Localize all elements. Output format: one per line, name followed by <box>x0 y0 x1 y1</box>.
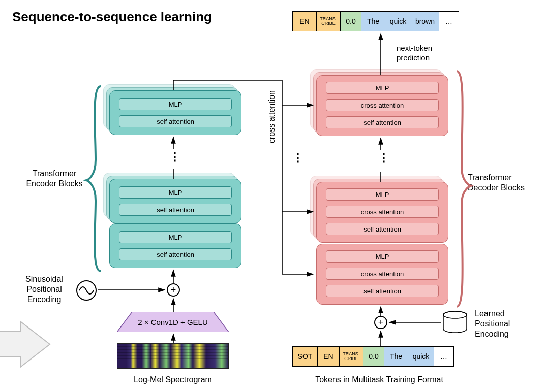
decoder-self-attn: self attention <box>326 223 439 235</box>
token: SOT <box>292 346 318 367</box>
decoder-cross-attn: cross attention <box>326 268 439 280</box>
conv-label: 2 × Conv1D + GELU <box>117 312 229 332</box>
logmel-label: Log-Mel Spectrogram <box>117 375 229 385</box>
cylinder-icon <box>442 311 468 333</box>
token: quick <box>385 11 411 31</box>
encoder-mlp: MLP <box>119 98 232 110</box>
cross-attention-label: cross attention <box>267 61 277 173</box>
token: EN <box>317 346 340 367</box>
decoder-self-attn: self attention <box>326 285 439 297</box>
token: TRANS-CRIBE <box>339 346 363 367</box>
decoder-self-attn: self attention <box>326 116 439 128</box>
oplus-encoder-icon: + <box>167 283 180 297</box>
conv-block: 2 × Conv1D + GELU <box>117 312 229 332</box>
token: EN <box>292 11 317 31</box>
oplus-decoder-icon: + <box>374 316 387 329</box>
encoder-block-top: MLP self attention <box>109 90 241 135</box>
page-title: Sequence-to-sequence learning <box>12 9 212 25</box>
encoder-block-mid: MLP self attention <box>109 179 241 223</box>
encoder-self-attn: self attention <box>119 115 232 127</box>
next-token-label: next-token prediction <box>397 44 463 63</box>
big-arrow <box>0 319 51 370</box>
encoder-mlp: MLP <box>119 231 232 243</box>
encoder-self-attn: self attention <box>119 248 232 260</box>
token: … <box>434 346 454 367</box>
token: brown <box>411 11 439 31</box>
encoder-ellipsis: ⋮ <box>169 150 182 164</box>
learned-pe-label: Learned Positional Encoding <box>475 309 536 339</box>
encoder-self-attn: self attention <box>119 204 232 216</box>
encoder-mlp: MLP <box>119 186 232 199</box>
encoder-block-bottom: MLP self attention <box>109 223 241 268</box>
sine-icon <box>76 280 97 301</box>
token: The <box>361 11 385 31</box>
decoder-ellipsis: ⋮ <box>378 151 391 165</box>
decoder-block-bottom: MLP cross attention self attention <box>316 244 448 305</box>
decoder-block-top: MLP cross attention self attention <box>316 75 448 136</box>
decoder-mlp: MLP <box>326 82 439 94</box>
decoder-blocks-label: Transformer Decoder Blocks <box>468 173 539 193</box>
token: 0.0 <box>340 11 361 31</box>
decoder-mlp: MLP <box>326 250 439 263</box>
cross-ellipsis: ⋮ <box>292 151 305 165</box>
decoder-cross-attn: cross attention <box>326 206 439 218</box>
token: The <box>384 346 408 367</box>
input-token-row: SOTENTRANS-CRIBE0.0Thequick… <box>293 346 454 367</box>
token: 0.0 <box>363 346 384 367</box>
token: quick <box>408 346 434 367</box>
token: TRANS-CRIBE <box>316 11 341 31</box>
encoder-blocks-label: Transformer Encoder Blocks <box>16 169 93 189</box>
decoder-block-mid: MLP cross attention self attention <box>316 182 448 243</box>
decoder-cross-attn: cross attention <box>326 99 439 111</box>
tokens-caption: Tokens in Multitask Training Format <box>293 375 466 385</box>
decoder-mlp: MLP <box>326 188 439 201</box>
spectrogram <box>117 343 229 369</box>
sinusoidal-pe-label: Sinusoidal Positional Encoding <box>16 274 72 305</box>
token: … <box>439 11 459 31</box>
output-token-row: ENTRANS-CRIBE0.0Thequickbrown… <box>293 11 459 31</box>
